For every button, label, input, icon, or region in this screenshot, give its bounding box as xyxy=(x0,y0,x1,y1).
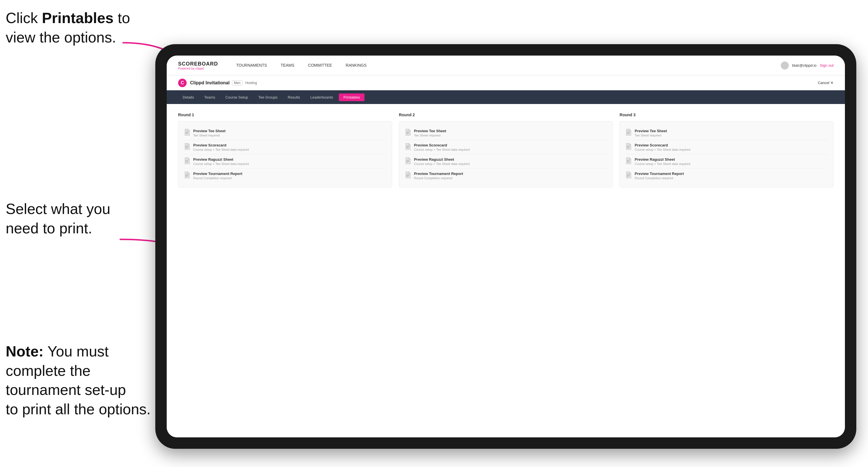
print-option-1-4[interactable]: Preview Tournament ReportRound Completio… xyxy=(184,169,386,183)
user-avatar xyxy=(781,62,789,69)
print-option-2-3[interactable]: Preview Raguzzi SheetCourse setup + Tee … xyxy=(405,154,607,169)
option-sub-1-1: Tee Sheet required xyxy=(193,134,225,137)
tab-leaderboards[interactable]: Leaderboards xyxy=(306,93,338,101)
tablet-frame: SCOREBOARD Powered by clippd TOURNAMENTS… xyxy=(155,44,856,449)
document-icon xyxy=(184,143,190,151)
option-title-1-2: Preview Scorecard xyxy=(193,143,249,147)
option-title-3-3: Preview Raguzzi Sheet xyxy=(634,157,690,161)
tab-details[interactable]: Details xyxy=(178,93,198,101)
round-3-heading: Round 3 xyxy=(620,113,834,117)
print-option-1-3[interactable]: Preview Raguzzi SheetCourse setup + Tee … xyxy=(184,154,386,169)
document-icon xyxy=(405,143,411,151)
option-sub-1-4: Round Completion required xyxy=(193,176,242,180)
print-option-2-4[interactable]: Preview Tournament ReportRound Completio… xyxy=(405,169,607,183)
tab-course-setup[interactable]: Course Setup xyxy=(221,93,253,101)
round-column-2: Round 2 Preview Tee SheetTee Sheet requi… xyxy=(399,113,613,187)
option-sub-2-4: Round Completion required xyxy=(414,176,463,180)
tab-results[interactable]: Results xyxy=(283,93,305,101)
top-nav: SCOREBOARD Powered by clippd TOURNAMENTS… xyxy=(167,56,845,75)
option-sub-2-3: Course setup + Tee Sheet data required xyxy=(414,162,470,165)
round-2-heading: Round 2 xyxy=(399,113,613,117)
cancel-button[interactable]: Cancel ✕ xyxy=(818,81,834,85)
instruction-bottom-text: Note: You mustcomplete thetournament set… xyxy=(6,343,151,417)
print-option-3-1[interactable]: Preview Tee SheetTee Sheet required xyxy=(625,126,828,140)
option-title-2-3: Preview Raguzzi Sheet xyxy=(414,157,470,161)
option-title-2-1: Preview Tee Sheet xyxy=(414,129,446,133)
option-title-2-2: Preview Scorecard xyxy=(414,143,470,147)
nav-teams[interactable]: TEAMS xyxy=(281,62,294,69)
option-title-3-1: Preview Tee Sheet xyxy=(634,129,667,133)
document-icon xyxy=(625,143,631,151)
print-option-1-2[interactable]: Preview ScorecardCourse setup + Tee Shee… xyxy=(184,140,386,154)
option-sub-3-3: Course setup + Tee Sheet data required xyxy=(634,162,690,165)
document-icon xyxy=(184,172,190,180)
tablet-screen: SCOREBOARD Powered by clippd TOURNAMENTS… xyxy=(167,56,845,437)
option-sub-3-2: Course setup + Tee Sheet data required xyxy=(634,148,690,151)
instruction-bottom: Note: You mustcomplete thetournament set… xyxy=(6,342,151,419)
document-icon xyxy=(184,157,190,165)
nav-committee[interactable]: COMMITTEE xyxy=(308,62,332,69)
document-icon xyxy=(625,157,631,165)
round-column-3: Round 3 Preview Tee SheetTee Sheet requi… xyxy=(620,113,834,187)
instruction-middle: Select what youneed to print. xyxy=(6,199,110,238)
tournament-status: Hosting xyxy=(245,81,257,85)
option-title-2-4: Preview Tournament Report xyxy=(414,172,463,176)
print-option-1-1[interactable]: Preview Tee SheetTee Sheet required xyxy=(184,126,386,140)
document-icon xyxy=(405,172,411,180)
round-1-card: Preview Tee SheetTee Sheet required Prev… xyxy=(178,121,392,187)
option-title-3-2: Preview Scorecard xyxy=(634,143,690,147)
tournament-name: Clippd Invitational xyxy=(190,80,230,86)
brand-title: SCOREBOARD xyxy=(178,61,218,67)
brand: SCOREBOARD Powered by clippd xyxy=(178,61,218,70)
nav-tournaments[interactable]: TOURNAMENTS xyxy=(236,62,267,69)
document-icon xyxy=(184,129,190,137)
user-area: blair@clippd.io Sign out xyxy=(781,62,834,69)
document-icon xyxy=(405,129,411,137)
tab-teams[interactable]: Teams xyxy=(200,93,220,101)
sub-nav: Details Teams Course Setup Tee Groups Re… xyxy=(167,90,845,104)
tab-printables[interactable]: Printables xyxy=(339,93,365,101)
print-option-3-2[interactable]: Preview ScorecardCourse setup + Tee Shee… xyxy=(625,140,828,154)
document-icon xyxy=(405,157,411,165)
option-sub-3-1: Tee Sheet required xyxy=(634,134,667,137)
print-option-2-2[interactable]: Preview ScorecardCourse setup + Tee Shee… xyxy=(405,140,607,154)
user-email: blair@clippd.io xyxy=(792,63,816,67)
option-sub-2-2: Course setup + Tee Sheet data required xyxy=(414,148,470,151)
option-sub-3-4: Round Completion required xyxy=(634,176,684,180)
document-icon xyxy=(625,129,631,137)
document-icon xyxy=(625,172,631,180)
tournament-header: C Clippd Invitational Men Hosting Cancel… xyxy=(167,75,845,90)
print-option-3-4[interactable]: Preview Tournament ReportRound Completio… xyxy=(625,169,828,183)
round-1-heading: Round 1 xyxy=(178,113,392,117)
brand-subtitle: Powered by clippd xyxy=(178,67,218,70)
print-option-3-3[interactable]: Preview Raguzzi SheetCourse setup + Tee … xyxy=(625,154,828,169)
content-area: Round 1 Preview Tee SheetTee Sheet requi… xyxy=(167,104,845,437)
instruction-middle-text: Select what youneed to print. xyxy=(6,200,110,237)
option-sub-2-1: Tee Sheet required xyxy=(414,134,446,137)
nav-rankings[interactable]: RANKINGS xyxy=(346,62,367,69)
option-title-3-4: Preview Tournament Report xyxy=(634,172,684,176)
option-sub-1-2: Course setup + Tee Sheet data required xyxy=(193,148,249,151)
tournament-logo: C xyxy=(178,79,187,87)
round-2-card: Preview Tee SheetTee Sheet required Prev… xyxy=(399,121,613,187)
round-column-1: Round 1 Preview Tee SheetTee Sheet requi… xyxy=(178,113,392,187)
rounds-grid: Round 1 Preview Tee SheetTee Sheet requi… xyxy=(178,113,834,187)
option-title-1-3: Preview Raguzzi Sheet xyxy=(193,157,249,161)
option-title-1-1: Preview Tee Sheet xyxy=(193,129,225,133)
sign-out-link[interactable]: Sign out xyxy=(820,63,834,67)
option-title-1-4: Preview Tournament Report xyxy=(193,172,242,176)
round-3-card: Preview Tee SheetTee Sheet required Prev… xyxy=(620,121,834,187)
option-sub-1-3: Course setup + Tee Sheet data required xyxy=(193,162,249,165)
tab-tee-groups[interactable]: Tee Groups xyxy=(254,93,282,101)
tournament-tag: Men xyxy=(232,80,243,86)
print-option-2-1[interactable]: Preview Tee SheetTee Sheet required xyxy=(405,126,607,140)
